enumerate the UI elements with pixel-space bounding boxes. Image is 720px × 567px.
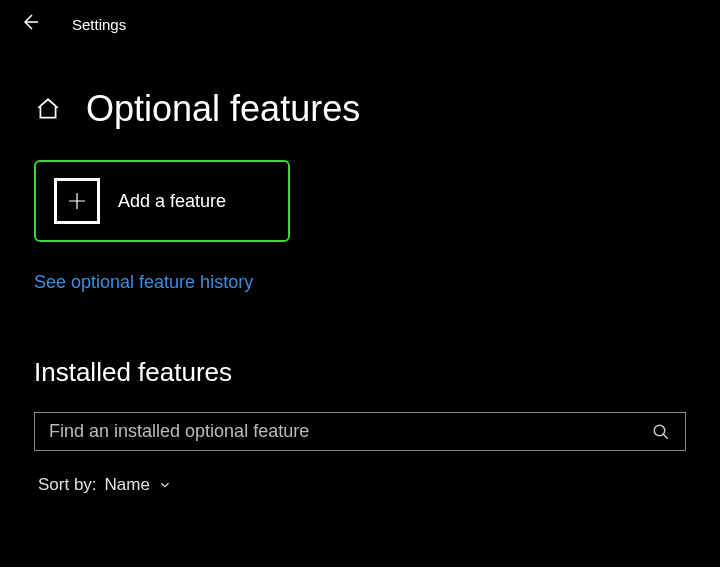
search-container[interactable] xyxy=(34,412,686,451)
back-button[interactable] xyxy=(18,12,42,36)
page-title: Optional features xyxy=(86,88,360,130)
header-bar: Settings xyxy=(0,0,720,48)
add-feature-label: Add a feature xyxy=(118,191,226,212)
optional-feature-history-link[interactable]: See optional feature history xyxy=(34,272,253,293)
back-arrow-icon xyxy=(20,12,40,36)
home-icon[interactable] xyxy=(34,95,62,123)
page-heading: Optional features xyxy=(0,48,720,160)
content-area: Add a feature See optional feature histo… xyxy=(0,160,720,495)
search-input[interactable] xyxy=(49,421,651,442)
app-title: Settings xyxy=(72,16,126,33)
plus-icon xyxy=(54,178,100,224)
search-icon xyxy=(651,422,671,442)
svg-point-0 xyxy=(654,425,665,436)
installed-features-heading: Installed features xyxy=(34,357,686,388)
chevron-down-icon xyxy=(158,478,172,492)
add-feature-button[interactable]: Add a feature xyxy=(34,160,290,242)
sort-label: Sort by: xyxy=(38,475,97,495)
sort-value: Name xyxy=(105,475,150,495)
sort-dropdown[interactable]: Sort by: Name xyxy=(34,475,686,495)
